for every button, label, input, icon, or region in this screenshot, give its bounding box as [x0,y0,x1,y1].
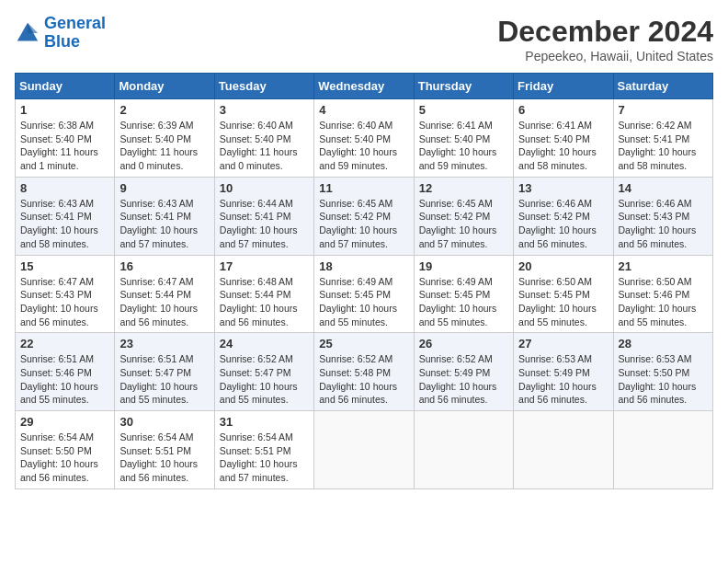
calendar-cell: 30Sunrise: 6:54 AMSunset: 5:51 PMDayligh… [115,411,214,489]
day-number: 20 [518,259,608,273]
day-info: Sunrise: 6:50 AMSunset: 5:46 PMDaylight:… [619,275,708,329]
calendar-cell: 31Sunrise: 6:54 AMSunset: 5:51 PMDayligh… [214,411,313,489]
calendar-cell: 6Sunrise: 6:41 AMSunset: 5:40 PMDaylight… [514,99,613,178]
calendar-cell: 25Sunrise: 6:52 AMSunset: 5:48 PMDayligh… [314,333,414,411]
day-info: Sunrise: 6:52 AMSunset: 5:48 PMDaylight:… [319,352,408,407]
day-number: 11 [319,181,408,195]
day-info: Sunrise: 6:47 AMSunset: 5:43 PMDaylight:… [20,275,109,329]
calendar-cell: 28Sunrise: 6:53 AMSunset: 5:50 PMDayligh… [613,333,712,411]
calendar-cell [314,411,414,489]
day-info: Sunrise: 6:49 AMSunset: 5:45 PMDaylight:… [319,275,408,329]
day-info: Sunrise: 6:46 AMSunset: 5:43 PMDaylight:… [619,197,708,251]
day-number: 21 [619,259,708,273]
day-number: 3 [220,103,309,117]
day-number: 7 [619,103,708,117]
day-number: 12 [419,181,508,195]
calendar-cell: 15Sunrise: 6:47 AMSunset: 5:43 PMDayligh… [16,255,115,333]
day-info: Sunrise: 6:43 AMSunset: 5:41 PMDaylight:… [119,197,209,251]
day-info: Sunrise: 6:43 AMSunset: 5:41 PMDaylight:… [20,197,109,251]
calendar-cell: 14Sunrise: 6:46 AMSunset: 5:43 PMDayligh… [613,177,712,255]
day-info: Sunrise: 6:52 AMSunset: 5:49 PMDaylight:… [419,352,508,407]
day-number: 5 [419,103,508,117]
calendar-cell [414,411,513,489]
day-info: Sunrise: 6:54 AMSunset: 5:51 PMDaylight:… [119,431,209,485]
day-info: Sunrise: 6:47 AMSunset: 5:44 PMDaylight:… [119,275,209,329]
day-info: Sunrise: 6:53 AMSunset: 5:49 PMDaylight:… [518,352,608,407]
calendar-week-row: 1Sunrise: 6:38 AMSunset: 5:40 PMDaylight… [16,99,713,178]
calendar-cell: 29Sunrise: 6:54 AMSunset: 5:50 PMDayligh… [16,411,115,489]
day-info: Sunrise: 6:42 AMSunset: 5:41 PMDaylight:… [619,119,708,173]
calendar-cell: 9Sunrise: 6:43 AMSunset: 5:41 PMDaylight… [115,177,214,255]
calendar-header: SundayMondayTuesdayWednesdayThursdayFrid… [16,74,713,99]
day-number: 30 [119,415,209,429]
logo-line2: Blue [44,32,80,51]
day-info: Sunrise: 6:52 AMSunset: 5:47 PMDaylight:… [220,352,309,407]
day-number: 15 [20,259,109,273]
day-number: 1 [20,103,109,117]
calendar-week-row: 15Sunrise: 6:47 AMSunset: 5:43 PMDayligh… [16,255,713,333]
title-block: December 2024 Pepeekeo, Hawaii, United S… [497,15,713,63]
day-info: Sunrise: 6:49 AMSunset: 5:45 PMDaylight:… [419,275,508,329]
day-info: Sunrise: 6:51 AMSunset: 5:46 PMDaylight:… [20,352,109,407]
day-number: 23 [119,337,209,350]
day-info: Sunrise: 6:54 AMSunset: 5:51 PMDaylight:… [220,431,309,485]
calendar-cell [514,411,613,489]
calendar-week-row: 29Sunrise: 6:54 AMSunset: 5:50 PMDayligh… [16,411,713,489]
header-day: Saturday [613,74,712,99]
day-info: Sunrise: 6:41 AMSunset: 5:40 PMDaylight:… [518,119,608,173]
page-header: General Blue December 2024 Pepeekeo, Haw… [15,15,713,63]
day-number: 4 [319,103,408,117]
calendar-cell: 4Sunrise: 6:40 AMSunset: 5:40 PMDaylight… [314,99,414,178]
header-day: Monday [115,74,214,99]
calendar-cell: 3Sunrise: 6:40 AMSunset: 5:40 PMDaylight… [214,99,313,178]
day-number: 13 [518,181,608,195]
day-info: Sunrise: 6:53 AMSunset: 5:50 PMDaylight:… [619,352,708,407]
calendar-cell: 12Sunrise: 6:45 AMSunset: 5:42 PMDayligh… [414,177,513,255]
day-number: 31 [220,415,309,429]
calendar-cell: 13Sunrise: 6:46 AMSunset: 5:42 PMDayligh… [514,177,613,255]
day-info: Sunrise: 6:45 AMSunset: 5:42 PMDaylight:… [419,197,508,251]
header-row: SundayMondayTuesdayWednesdayThursdayFrid… [16,74,713,99]
svg-marker-1 [28,23,38,33]
calendar-cell: 1Sunrise: 6:38 AMSunset: 5:40 PMDaylight… [16,99,115,178]
calendar-cell [613,411,712,489]
day-number: 22 [20,337,109,350]
calendar-cell: 26Sunrise: 6:52 AMSunset: 5:49 PMDayligh… [414,333,513,411]
day-number: 27 [518,337,608,350]
day-number: 24 [220,337,309,350]
calendar-week-row: 22Sunrise: 6:51 AMSunset: 5:46 PMDayligh… [16,333,713,411]
day-info: Sunrise: 6:50 AMSunset: 5:45 PMDaylight:… [518,275,608,329]
day-info: Sunrise: 6:39 AMSunset: 5:40 PMDaylight:… [119,119,209,173]
calendar-cell: 16Sunrise: 6:47 AMSunset: 5:44 PMDayligh… [115,255,214,333]
calendar-cell: 18Sunrise: 6:49 AMSunset: 5:45 PMDayligh… [314,255,414,333]
day-number: 2 [119,103,209,117]
month-title: December 2024 [497,15,713,49]
location: Pepeekeo, Hawaii, United States [497,49,713,63]
day-info: Sunrise: 6:54 AMSunset: 5:50 PMDaylight:… [20,431,109,485]
day-number: 19 [419,259,508,273]
header-day: Wednesday [314,74,414,99]
header-day: Thursday [414,74,513,99]
day-number: 10 [220,181,309,195]
day-number: 16 [119,259,209,273]
day-info: Sunrise: 6:46 AMSunset: 5:42 PMDaylight:… [518,197,608,251]
day-number: 9 [119,181,209,195]
calendar-week-row: 8Sunrise: 6:43 AMSunset: 5:41 PMDaylight… [16,177,713,255]
calendar-cell: 17Sunrise: 6:48 AMSunset: 5:44 PMDayligh… [214,255,313,333]
day-info: Sunrise: 6:45 AMSunset: 5:42 PMDaylight:… [319,197,408,251]
calendar-cell: 20Sunrise: 6:50 AMSunset: 5:45 PMDayligh… [514,255,613,333]
logo-text: General Blue [44,15,106,52]
header-day: Sunday [16,74,115,99]
day-number: 14 [619,181,708,195]
day-number: 17 [220,259,309,273]
day-info: Sunrise: 6:48 AMSunset: 5:44 PMDaylight:… [220,275,309,329]
day-info: Sunrise: 6:41 AMSunset: 5:40 PMDaylight:… [419,119,508,173]
day-number: 28 [619,337,708,350]
calendar-cell: 24Sunrise: 6:52 AMSunset: 5:47 PMDayligh… [214,333,313,411]
logo-icon [15,20,40,46]
day-info: Sunrise: 6:38 AMSunset: 5:40 PMDaylight:… [20,119,109,173]
calendar-cell: 11Sunrise: 6:45 AMSunset: 5:42 PMDayligh… [314,177,414,255]
calendar-cell: 19Sunrise: 6:49 AMSunset: 5:45 PMDayligh… [414,255,513,333]
calendar-cell: 23Sunrise: 6:51 AMSunset: 5:47 PMDayligh… [115,333,214,411]
day-number: 6 [518,103,608,117]
